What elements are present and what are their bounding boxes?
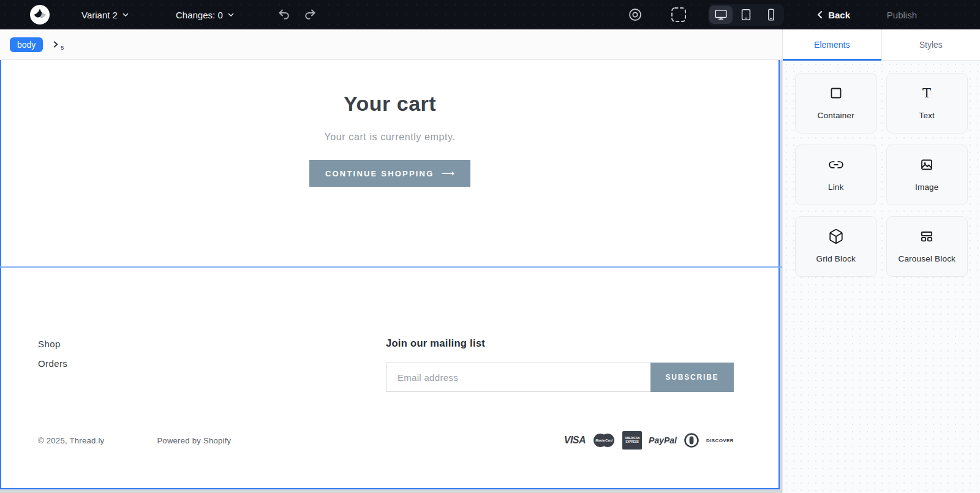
link-icon — [828, 156, 844, 174]
container-icon — [829, 84, 843, 102]
element-card-text[interactable]: T Text — [886, 73, 968, 134]
visa-icon: VISA — [564, 435, 586, 446]
marquee-select-button[interactable] — [668, 0, 689, 29]
desktop-icon — [714, 8, 728, 21]
grid-block-icon — [828, 227, 844, 246]
mobile-icon — [764, 8, 778, 21]
editor-topbar: Variant 2 Changes: 0 — [0, 0, 980, 29]
undo-button[interactable] — [274, 0, 295, 29]
section-hover-indicator — [0, 266, 785, 268]
marquee-selection-icon — [670, 6, 687, 23]
chevron-down-icon — [227, 11, 235, 18]
email-input[interactable] — [386, 363, 650, 392]
tablet-icon — [739, 8, 753, 21]
diners-club-icon — [684, 432, 699, 448]
text-icon: T — [919, 84, 934, 102]
desktop-view-button[interactable] — [709, 6, 733, 24]
mastercard-icon: MasterCard — [592, 433, 616, 448]
newsletter-title: Join our mailing list — [386, 337, 734, 349]
element-label: Link — [828, 181, 844, 194]
tab-elements[interactable]: Elements — [783, 29, 881, 60]
breadcrumb-expand[interactable] — [51, 40, 59, 48]
cart-title[interactable]: Your cart — [1, 92, 778, 116]
element-label: Container — [818, 110, 854, 122]
amex-icon: AMERICAN EXPRESS — [622, 431, 642, 450]
element-card-container[interactable]: Container — [795, 73, 877, 134]
chevron-down-icon — [122, 11, 129, 18]
chevron-right-icon — [51, 40, 59, 48]
publish-button[interactable]: Publish — [887, 0, 917, 29]
preview-eye-icon — [627, 7, 643, 23]
tab-styles[interactable]: Styles — [881, 29, 980, 60]
cart-empty-message[interactable]: Your cart is currently empty. — [1, 132, 778, 143]
breadcrumb-child-count: 5 — [61, 45, 64, 51]
device-preview-toggle — [708, 4, 784, 26]
paypal-icon: PayPal — [649, 435, 677, 445]
variant-dropdown[interactable]: Variant 2 — [81, 0, 129, 29]
preview-button[interactable] — [625, 0, 646, 29]
undo-icon — [277, 7, 292, 22]
element-label: Carousel Block — [898, 253, 956, 266]
right-arrow-icon: ⟶ — [442, 168, 455, 179]
redo-button[interactable] — [300, 0, 320, 29]
element-card-link[interactable]: Link — [795, 145, 877, 205]
breadcrumb-body-tag[interactable]: body — [10, 37, 43, 52]
continue-shopping-label: CONTINUE SHOPPING — [325, 169, 434, 178]
svg-text:MasterCard: MasterCard — [595, 438, 612, 442]
continue-shopping-button[interactable]: CONTINUE SHOPPING ⟶ — [309, 160, 470, 187]
newsletter-block: Join our mailing list SUBSCRIBE — [386, 337, 734, 392]
element-card-carousel-block[interactable]: Carousel Block — [886, 216, 968, 277]
element-label: Image — [915, 181, 939, 194]
cart-section: Your cart Your cart is currently empty. … — [1, 60, 778, 187]
changes-label: Changes: 0 — [176, 10, 223, 20]
payment-icons: VISA MasterCard AMERICAN EXPRESS PayPal … — [564, 431, 734, 450]
element-card-grid-block[interactable]: Grid Block — [795, 216, 877, 277]
element-card-image[interactable]: Image — [886, 145, 968, 205]
footer-link-shop[interactable]: Shop — [38, 339, 67, 349]
changes-dropdown[interactable]: Changes: 0 — [176, 0, 235, 29]
carousel-block-icon — [919, 227, 935, 246]
discover-icon: DISCOVER — [706, 438, 734, 443]
footer-legal-row: © 2025, Thread.ly Powered by Shopify VIS… — [38, 431, 734, 450]
svg-text:T: T — [922, 86, 931, 100]
breadcrumb: body 5 — [0, 29, 782, 60]
sidebar-tabs: Elements Styles — [783, 29, 980, 61]
tablet-view-button[interactable] — [734, 6, 758, 24]
editor-canvas[interactable]: Your cart Your cart is currently empty. … — [0, 60, 780, 489]
subscribe-button[interactable]: SUBSCRIBE — [650, 363, 734, 392]
redo-icon — [303, 7, 317, 22]
copyright-text: © 2025, Thread.ly — [38, 436, 104, 445]
whale-logo-icon — [29, 4, 50, 25]
element-label: Grid Block — [816, 253, 856, 266]
variant-label: Variant 2 — [81, 10, 118, 20]
elements-panel: Container T Text Link — [783, 61, 980, 493]
publish-label: Publish — [887, 10, 917, 20]
element-label: Text — [919, 110, 935, 122]
powered-by-shopify[interactable]: Powered by Shopify — [157, 436, 231, 445]
image-icon — [919, 156, 934, 174]
chevron-left-icon — [816, 10, 824, 19]
back-label: Back — [828, 10, 850, 20]
footer-link-orders[interactable]: Orders — [38, 358, 67, 369]
footer-nav: Shop Orders — [38, 339, 67, 378]
back-button[interactable]: Back — [816, 0, 850, 29]
app-logo[interactable] — [29, 0, 50, 29]
mobile-view-button[interactable] — [760, 6, 783, 24]
right-sidebar: Elements Styles Container T Text — [782, 29, 980, 493]
